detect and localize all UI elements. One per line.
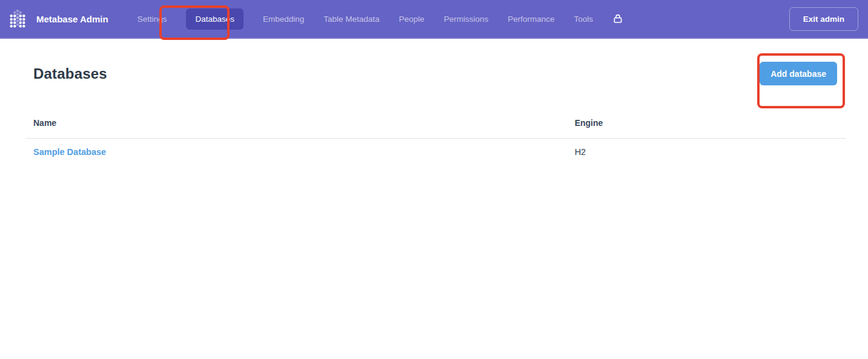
add-database-button[interactable]: Add database — [760, 62, 837, 85]
nav-tab-embedding[interactable]: Embedding — [263, 15, 304, 24]
nav-tab-performance[interactable]: Performance — [508, 15, 554, 24]
databases-table: Name Engine Sample Database H2 — [25, 118, 846, 165]
nav-tab-table-metadata[interactable]: Table Metadata — [323, 15, 379, 24]
table-row: Sample Database H2 — [25, 139, 846, 166]
brand-title: Metabase Admin — [36, 14, 108, 24]
nav-tab-settings[interactable]: Settings — [137, 15, 167, 24]
table-header-row: Name Engine — [25, 118, 846, 139]
admin-navbar: Metabase Admin Settings Databases Embedd… — [0, 0, 868, 39]
nav-tab-tools[interactable]: Tools — [574, 15, 593, 24]
nav-tab-people[interactable]: People — [399, 15, 425, 24]
page-title: Databases — [33, 67, 107, 81]
page-header: Databases Add database — [25, 39, 846, 85]
databases-page: Databases Add database Name Engine Sampl… — [0, 39, 868, 165]
column-header-name: Name — [25, 118, 567, 139]
store-bag-icon[interactable] — [612, 13, 623, 24]
database-engine-value: H2 — [567, 139, 846, 166]
nav-tab-permissions[interactable]: Permissions — [444, 15, 489, 24]
column-header-engine: Engine — [567, 118, 846, 139]
exit-admin-button[interactable]: Exit admin — [789, 7, 858, 31]
metabase-logo-icon[interactable] — [8, 10, 27, 28]
database-link-sample-database[interactable]: Sample Database — [33, 147, 106, 157]
nav-tab-databases[interactable]: Databases — [186, 8, 244, 30]
admin-nav-tabs: Settings Databases Embedding Table Metad… — [137, 8, 593, 30]
